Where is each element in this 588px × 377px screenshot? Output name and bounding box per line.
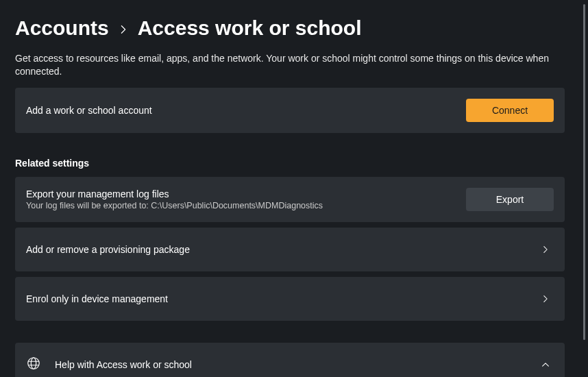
chevron-up-icon xyxy=(539,358,552,372)
export-logs-subtitle: Your log files will be exported to: C:\U… xyxy=(26,201,323,210)
scrollbar-track[interactable] xyxy=(580,0,588,377)
help-row[interactable]: Help with Access work or school xyxy=(15,343,565,377)
svg-point-1 xyxy=(31,358,36,369)
provisioning-row[interactable]: Add or remove a provisioning package xyxy=(15,228,565,271)
export-logs-card: Export your management log files Your lo… xyxy=(15,177,565,222)
add-account-label: Add a work or school account xyxy=(26,105,152,116)
globe-icon xyxy=(26,356,41,374)
page-title: Access work or school xyxy=(138,16,362,40)
enrol-label: Enrol only in device management xyxy=(26,293,168,304)
help-label: Help with Access work or school xyxy=(55,359,192,370)
help-row-content: Help with Access work or school xyxy=(26,356,192,374)
export-logs-title: Export your management log files xyxy=(26,188,323,199)
chevron-right-icon xyxy=(119,25,128,34)
chevron-right-icon xyxy=(539,292,552,306)
page-description: Get access to resources like email, apps… xyxy=(15,52,560,78)
connect-button[interactable]: Connect xyxy=(466,99,554,122)
scrollbar-thumb[interactable] xyxy=(583,4,585,340)
breadcrumb-parent[interactable]: Accounts xyxy=(15,16,109,40)
breadcrumb: Accounts Access work or school xyxy=(15,16,573,40)
export-logs-texts: Export your management log files Your lo… xyxy=(26,188,323,210)
chevron-right-icon xyxy=(539,243,552,256)
enrol-row[interactable]: Enrol only in device management xyxy=(15,277,565,321)
provisioning-label: Add or remove a provisioning package xyxy=(26,244,190,255)
svg-point-0 xyxy=(28,358,40,369)
export-button[interactable]: Export xyxy=(466,188,554,211)
add-account-card: Add a work or school account Connect xyxy=(15,88,565,133)
main-content: Accounts Access work or school Get acces… xyxy=(0,0,588,377)
related-settings-header: Related settings xyxy=(15,158,573,169)
